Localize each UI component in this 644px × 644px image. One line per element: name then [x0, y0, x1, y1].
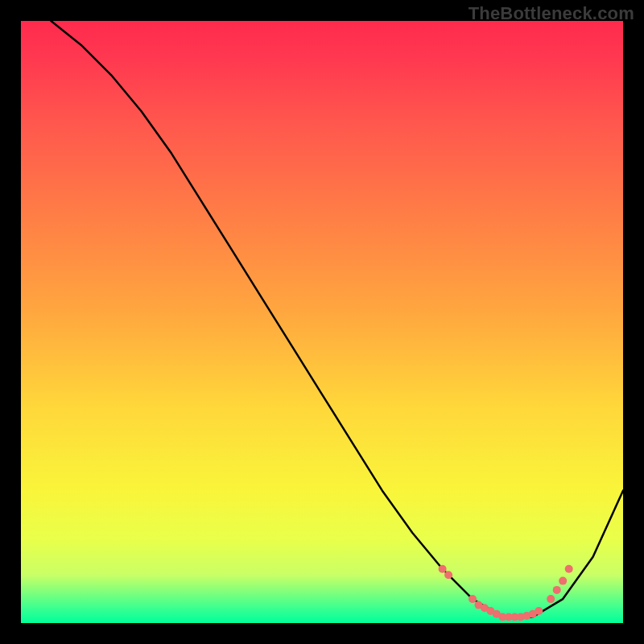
highlight-dot	[444, 571, 452, 579]
highlight-dot	[547, 595, 555, 603]
highlight-dot	[565, 565, 573, 573]
chart-frame: TheBottleneck.com	[0, 0, 644, 644]
highlight-dot	[559, 577, 567, 585]
highlight-dot	[439, 565, 447, 573]
chart-overlay	[21, 21, 623, 623]
watermark-text: TheBottleneck.com	[469, 3, 634, 24]
plot-area	[21, 21, 623, 623]
highlight-dots-group	[439, 565, 573, 621]
highlight-dot	[553, 586, 561, 594]
highlight-dot	[469, 595, 477, 603]
bottleneck-curve	[51, 21, 623, 617]
highlight-dot	[535, 607, 543, 615]
